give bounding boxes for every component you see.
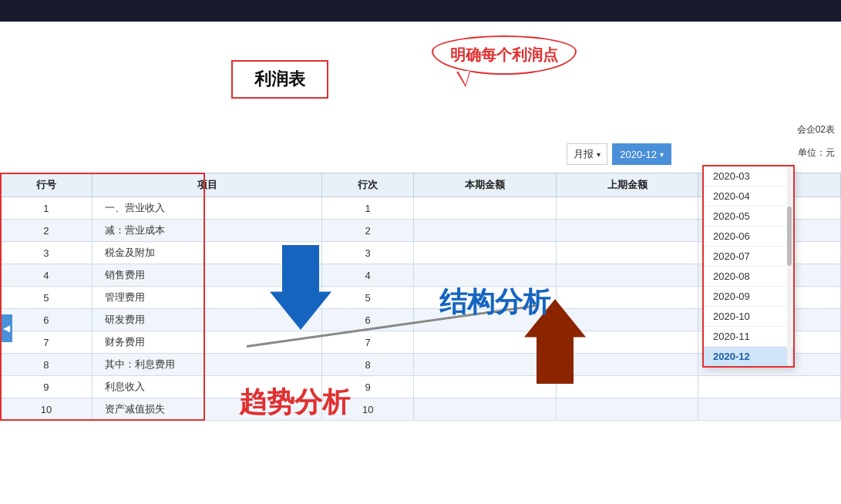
- cell-lineno: 10: [1, 398, 93, 421]
- speech-bubble: 明确每个利润点: [432, 35, 577, 75]
- company-code: 会企02表: [797, 123, 841, 136]
- cell-annual: [698, 398, 841, 421]
- cell-prev: [556, 197, 698, 220]
- period-select[interactable]: 2020-12 ▾: [612, 143, 671, 165]
- period-type-chevron: ▾: [597, 150, 600, 159]
- cell-prev: [556, 264, 698, 287]
- left-nav-tab[interactable]: ◀: [0, 314, 12, 342]
- cell-order: 4: [322, 264, 414, 287]
- cell-current: [414, 242, 557, 264]
- cell-lineno: 2: [1, 220, 93, 242]
- cell-order: 8: [322, 354, 414, 376]
- dropdown-item[interactable]: 2020-06: [704, 227, 793, 247]
- cell-item: 财务费用: [92, 331, 321, 354]
- cell-lineno: 6: [1, 309, 93, 331]
- col-prev: 上期金额: [556, 173, 698, 197]
- dropdown-item[interactable]: 2020-04: [704, 186, 793, 207]
- dropdown-item[interactable]: 2020-03: [704, 166, 793, 186]
- title-box: 利润表: [231, 60, 328, 99]
- qushi-text: 趋势分析: [239, 384, 350, 422]
- cell-current: [414, 220, 557, 242]
- cell-lineno: 9: [1, 376, 93, 398]
- top-bar: [0, 0, 841, 22]
- cell-lineno: 3: [1, 242, 93, 264]
- scrollbar-thumb: [787, 207, 792, 267]
- cell-lineno: 4: [1, 264, 93, 287]
- dropdown-scrollbar[interactable]: [787, 166, 792, 366]
- period-value: 2020-12: [620, 149, 657, 160]
- dropdown-list: 2020-032020-042020-052020-062020-072020-…: [704, 166, 793, 366]
- cell-current: [414, 197, 557, 220]
- controls-row: 月报 ▾ 2020-12 ▾: [567, 143, 671, 165]
- dropdown-item[interactable]: 2020-07: [704, 247, 793, 267]
- cell-current: [414, 376, 557, 398]
- cell-prev: [556, 398, 698, 421]
- cell-lineno: 7: [1, 331, 93, 354]
- content-area: 明确每个利润点 利润表 会企02表 月报 ▾ 2020-12 ▾ 单位：元: [0, 22, 841, 504]
- col-current: 本期金额: [414, 173, 557, 197]
- left-tab-arrow: ◀: [3, 323, 10, 334]
- bubble-tail-inner: [458, 71, 469, 85]
- bubble-text: 明确每个利润点: [432, 35, 577, 75]
- cell-current: [414, 354, 557, 376]
- cell-current: [414, 398, 557, 421]
- col-lineno: 行号: [1, 173, 93, 197]
- cell-prev: [556, 220, 698, 242]
- cell-order: 5: [322, 287, 414, 309]
- title-text: 利润表: [254, 69, 305, 89]
- cell-lineno: 5: [1, 287, 93, 309]
- bubble-label: 明确每个利润点: [450, 46, 558, 63]
- cell-prev: [556, 287, 698, 309]
- col-item: 项目: [92, 173, 321, 197]
- dropdown-item[interactable]: 2020-11: [704, 327, 793, 347]
- dropdown-item[interactable]: 2020-08: [704, 267, 793, 287]
- cell-order: 3: [322, 242, 414, 264]
- dropdown-item[interactable]: 2020-09: [704, 287, 793, 307]
- dropdown-item[interactable]: 2020-12: [704, 347, 793, 366]
- period-type-select[interactable]: 月报 ▾: [567, 143, 607, 165]
- dropdown-item[interactable]: 2020-10: [704, 307, 793, 327]
- unit-label: 单位：元: [798, 146, 835, 160]
- dropdown-panel: 2020-032020-042020-052020-062020-072020-…: [702, 165, 795, 368]
- cell-prev: [556, 376, 698, 398]
- cell-annual: [698, 376, 841, 398]
- dropdown-item[interactable]: 2020-05: [704, 207, 793, 227]
- cell-item: 一、营业收入: [92, 197, 321, 220]
- col-order: 行次: [322, 173, 414, 197]
- period-type-label: 月报: [574, 147, 594, 161]
- cell-order: 1: [322, 197, 414, 220]
- table-row: 9 利息收入 9: [1, 376, 841, 398]
- cell-prev: [556, 242, 698, 264]
- cell-item: 减：营业成本: [92, 220, 321, 242]
- table-row: 10 资产减值损失 10: [1, 398, 841, 421]
- cell-item: 其中：利息费用: [92, 354, 321, 376]
- cell-prev: [556, 354, 698, 376]
- period-chevron: ▾: [660, 150, 664, 159]
- jiegou-text: 结构分析: [439, 284, 550, 321]
- cell-order: 2: [322, 220, 414, 242]
- cell-lineno: 8: [1, 354, 93, 376]
- cell-lineno: 1: [1, 197, 93, 220]
